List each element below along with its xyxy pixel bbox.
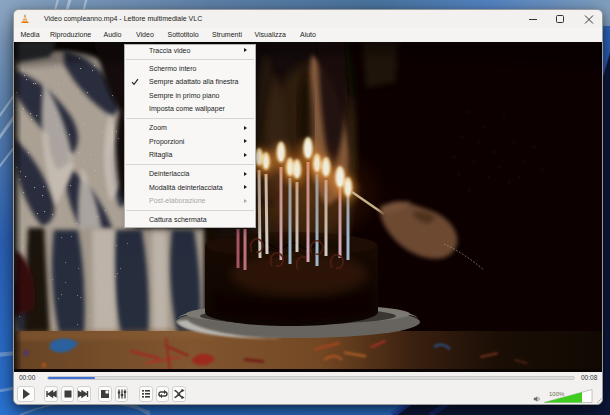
svg-text:100%: 100% (549, 391, 565, 397)
